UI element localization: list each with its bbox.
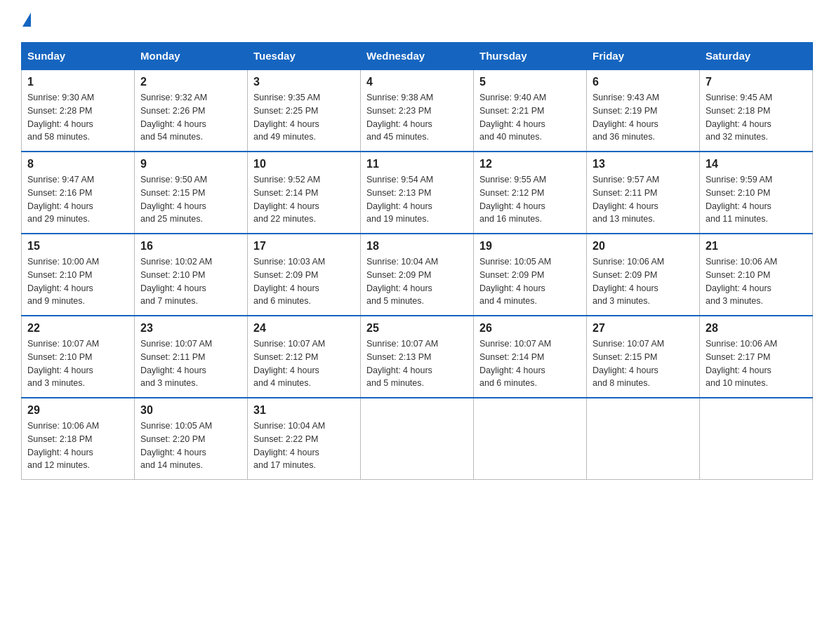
calendar-cell: 23 Sunrise: 10:07 AM Sunset: 2:11 PM Day… — [135, 316, 248, 398]
calendar-cell: 1 Sunrise: 9:30 AM Sunset: 2:28 PM Dayli… — [22, 69, 135, 152]
day-info: Sunrise: 10:06 AM Sunset: 2:17 PM Daylig… — [706, 337, 807, 390]
day-number: 17 — [253, 240, 355, 253]
day-number: 23 — [140, 322, 241, 335]
day-number: 21 — [706, 240, 807, 253]
col-header-wednesday: Wednesday — [361, 43, 474, 70]
day-number: 14 — [706, 158, 807, 170]
calendar-cell: 11 Sunrise: 9:54 AM Sunset: 2:13 PM Dayl… — [361, 152, 474, 234]
day-info: Sunrise: 10:00 AM Sunset: 2:10 PM Daylig… — [27, 255, 128, 308]
day-info: Sunrise: 10:05 AM Sunset: 2:09 PM Daylig… — [479, 255, 581, 308]
day-number: 1 — [27, 76, 128, 88]
calendar-cell: 5 Sunrise: 9:40 AM Sunset: 2:21 PM Dayli… — [474, 69, 587, 152]
day-info: Sunrise: 10:07 AM Sunset: 2:12 PM Daylig… — [253, 337, 355, 390]
calendar-body: 1 Sunrise: 9:30 AM Sunset: 2:28 PM Dayli… — [22, 69, 813, 480]
day-number: 10 — [253, 158, 355, 170]
day-number: 31 — [253, 404, 355, 417]
day-info: Sunrise: 9:47 AM Sunset: 2:16 PM Dayligh… — [27, 173, 128, 226]
day-info: Sunrise: 10:04 AM Sunset: 2:22 PM Daylig… — [253, 420, 355, 472]
day-number: 8 — [27, 158, 128, 170]
day-info: Sunrise: 10:06 AM Sunset: 2:10 PM Daylig… — [706, 255, 807, 308]
calendar-cell: 21 Sunrise: 10:06 AM Sunset: 2:10 PM Day… — [700, 234, 813, 316]
day-info: Sunrise: 9:54 AM Sunset: 2:13 PM Dayligh… — [366, 173, 468, 226]
day-number: 3 — [253, 76, 355, 88]
calendar-cell: 27 Sunrise: 10:07 AM Sunset: 2:15 PM Day… — [587, 316, 700, 398]
day-number: 30 — [140, 404, 241, 417]
day-info: Sunrise: 10:07 AM Sunset: 2:14 PM Daylig… — [479, 337, 581, 390]
day-info: Sunrise: 10:05 AM Sunset: 2:20 PM Daylig… — [140, 420, 241, 472]
logo-triangle-icon — [22, 13, 31, 27]
day-number: 29 — [27, 404, 128, 417]
day-info: Sunrise: 10:06 AM Sunset: 2:18 PM Daylig… — [27, 420, 128, 472]
day-number: 15 — [27, 240, 128, 253]
day-number: 24 — [253, 322, 355, 335]
calendar-cell — [474, 398, 587, 480]
day-number: 4 — [366, 76, 468, 88]
logo — [21, 14, 31, 28]
header-row: SundayMondayTuesdayWednesdayThursdayFrid… — [22, 43, 813, 70]
day-info: Sunrise: 10:07 AM Sunset: 2:13 PM Daylig… — [366, 337, 468, 390]
day-number: 9 — [140, 158, 241, 170]
calendar-cell: 10 Sunrise: 9:52 AM Sunset: 2:14 PM Dayl… — [248, 152, 361, 234]
header — [21, 14, 813, 28]
calendar-cell: 30 Sunrise: 10:05 AM Sunset: 2:20 PM Day… — [135, 398, 248, 480]
calendar-cell: 29 Sunrise: 10:06 AM Sunset: 2:18 PM Day… — [22, 398, 135, 480]
calendar-cell: 12 Sunrise: 9:55 AM Sunset: 2:12 PM Dayl… — [474, 152, 587, 234]
day-number: 16 — [140, 240, 241, 253]
day-number: 26 — [479, 322, 581, 335]
day-number: 25 — [366, 322, 468, 335]
calendar-cell: 4 Sunrise: 9:38 AM Sunset: 2:23 PM Dayli… — [361, 69, 474, 152]
day-number: 2 — [140, 76, 241, 88]
calendar-cell: 17 Sunrise: 10:03 AM Sunset: 2:09 PM Day… — [248, 234, 361, 316]
day-number: 6 — [593, 76, 694, 88]
calendar-table: SundayMondayTuesdayWednesdayThursdayFrid… — [21, 42, 813, 480]
day-info: Sunrise: 10:07 AM Sunset: 2:11 PM Daylig… — [140, 337, 241, 390]
calendar-cell: 15 Sunrise: 10:00 AM Sunset: 2:10 PM Day… — [22, 234, 135, 316]
calendar-cell: 24 Sunrise: 10:07 AM Sunset: 2:12 PM Day… — [248, 316, 361, 398]
day-info: Sunrise: 9:43 AM Sunset: 2:19 PM Dayligh… — [593, 91, 694, 144]
calendar-cell: 26 Sunrise: 10:07 AM Sunset: 2:14 PM Day… — [474, 316, 587, 398]
day-number: 18 — [366, 240, 468, 253]
calendar-week-4: 22 Sunrise: 10:07 AM Sunset: 2:10 PM Day… — [22, 316, 813, 398]
day-number: 7 — [706, 76, 807, 88]
day-number: 22 — [27, 322, 128, 335]
calendar-cell: 3 Sunrise: 9:35 AM Sunset: 2:25 PM Dayli… — [248, 69, 361, 152]
col-header-tuesday: Tuesday — [248, 43, 361, 70]
col-header-thursday: Thursday — [474, 43, 587, 70]
day-number: 28 — [706, 322, 807, 335]
day-number: 19 — [479, 240, 581, 253]
calendar-cell: 22 Sunrise: 10:07 AM Sunset: 2:10 PM Day… — [22, 316, 135, 398]
day-number: 11 — [366, 158, 468, 170]
col-header-sunday: Sunday — [22, 43, 135, 70]
day-info: Sunrise: 10:06 AM Sunset: 2:09 PM Daylig… — [593, 255, 694, 308]
day-number: 12 — [479, 158, 581, 170]
day-info: Sunrise: 9:45 AM Sunset: 2:18 PM Dayligh… — [706, 91, 807, 144]
calendar-cell: 31 Sunrise: 10:04 AM Sunset: 2:22 PM Day… — [248, 398, 361, 480]
col-header-monday: Monday — [135, 43, 248, 70]
day-number: 5 — [479, 76, 581, 88]
calendar-week-1: 1 Sunrise: 9:30 AM Sunset: 2:28 PM Dayli… — [22, 69, 813, 152]
day-info: Sunrise: 9:40 AM Sunset: 2:21 PM Dayligh… — [479, 91, 581, 144]
calendar-cell: 18 Sunrise: 10:04 AM Sunset: 2:09 PM Day… — [361, 234, 474, 316]
day-info: Sunrise: 9:50 AM Sunset: 2:15 PM Dayligh… — [140, 173, 241, 226]
calendar-header: SundayMondayTuesdayWednesdayThursdayFrid… — [22, 43, 813, 70]
day-info: Sunrise: 9:57 AM Sunset: 2:11 PM Dayligh… — [593, 173, 694, 226]
calendar-cell: 28 Sunrise: 10:06 AM Sunset: 2:17 PM Day… — [700, 316, 813, 398]
calendar-cell: 8 Sunrise: 9:47 AM Sunset: 2:16 PM Dayli… — [22, 152, 135, 234]
day-info: Sunrise: 10:07 AM Sunset: 2:15 PM Daylig… — [593, 337, 694, 390]
calendar-cell: 9 Sunrise: 9:50 AM Sunset: 2:15 PM Dayli… — [135, 152, 248, 234]
day-number: 13 — [593, 158, 694, 170]
day-info: Sunrise: 9:38 AM Sunset: 2:23 PM Dayligh… — [366, 91, 468, 144]
calendar-cell — [700, 398, 813, 480]
day-info: Sunrise: 10:07 AM Sunset: 2:10 PM Daylig… — [27, 337, 128, 390]
day-info: Sunrise: 9:32 AM Sunset: 2:26 PM Dayligh… — [140, 91, 241, 144]
calendar-cell: 19 Sunrise: 10:05 AM Sunset: 2:09 PM Day… — [474, 234, 587, 316]
day-info: Sunrise: 10:03 AM Sunset: 2:09 PM Daylig… — [253, 255, 355, 308]
day-info: Sunrise: 9:55 AM Sunset: 2:12 PM Dayligh… — [479, 173, 581, 226]
calendar-cell: 6 Sunrise: 9:43 AM Sunset: 2:19 PM Dayli… — [587, 69, 700, 152]
col-header-friday: Friday — [587, 43, 700, 70]
calendar-cell: 25 Sunrise: 10:07 AM Sunset: 2:13 PM Day… — [361, 316, 474, 398]
calendar-cell — [361, 398, 474, 480]
calendar-cell: 2 Sunrise: 9:32 AM Sunset: 2:26 PM Dayli… — [135, 69, 248, 152]
calendar-cell: 7 Sunrise: 9:45 AM Sunset: 2:18 PM Dayli… — [700, 69, 813, 152]
calendar-week-5: 29 Sunrise: 10:06 AM Sunset: 2:18 PM Day… — [22, 398, 813, 480]
